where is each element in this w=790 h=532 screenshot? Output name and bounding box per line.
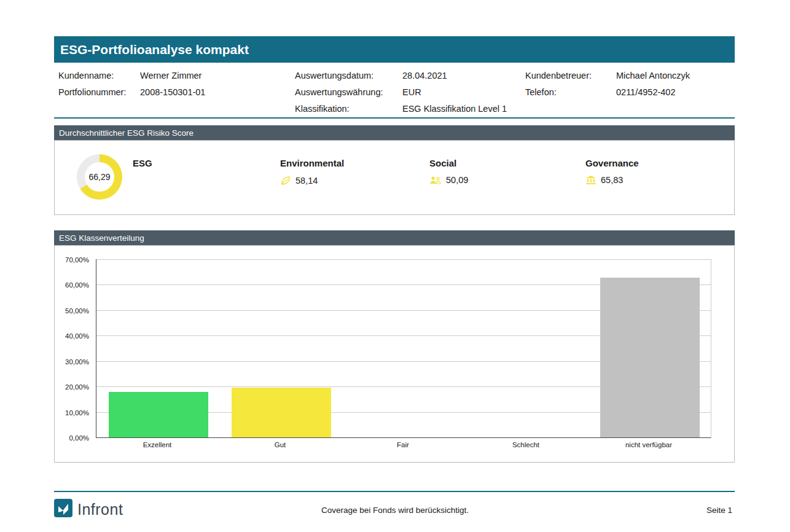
info-row: Kundenbetreuer:Michael Antonczyk: [525, 68, 690, 84]
y-axis-tick-label: 30,00%: [65, 358, 89, 366]
info-label-portfolionummer: Portfolionummer:: [58, 84, 140, 101]
info-value-auswertungswaehrung: EUR: [402, 87, 421, 97]
subscore-governance-row: 65,83: [585, 175, 639, 185]
footer-divider: [54, 491, 735, 492]
y-axis-tick-label: 0,00%: [69, 434, 89, 442]
bar-exzellent: [109, 392, 208, 437]
x-axis-category-label: Schlecht: [464, 441, 587, 448]
info-row: Auswertungsdatum:28.04.2021: [295, 68, 507, 84]
esg-score-label: ESG: [133, 158, 152, 168]
info-row: Portfolionummer:2008-150301-01: [58, 84, 205, 101]
info-label-kundenbetreuer: Kundenbetreuer:: [525, 68, 616, 84]
subscore-environmental-row: 58,14: [280, 175, 344, 186]
x-axis-category-label: Fair: [342, 441, 464, 448]
subscore-social: Social 50,09: [429, 158, 468, 185]
client-info-column-1: Kundenname:Werner Zimmer Portfolionummer…: [58, 68, 205, 101]
client-info-column-2: Auswertungsdatum:28.04.2021 Auswertungsw…: [295, 68, 507, 117]
x-axis-category-label: Exzellent: [96, 441, 219, 448]
y-axis-tick-label: 70,00%: [65, 256, 89, 264]
distribution-section-header: ESG Klassenverteilung: [54, 230, 735, 245]
subscore-environmental-value: 58,14: [295, 176, 318, 186]
bar-chart-plot: [96, 259, 711, 438]
x-axis-category-label: nicht verfügbar: [587, 441, 710, 448]
info-label-kundenname: Kundenname:: [58, 68, 140, 84]
x-axis-category-label: Gut: [219, 441, 342, 448]
bank-icon: [585, 175, 596, 185]
client-info-column-3: Kundenbetreuer:Michael Antonczyk Telefon…: [525, 68, 690, 101]
distribution-section-title: ESG Klassenverteilung: [59, 233, 144, 243]
report-title-bar: ESG-Portfolioanalyse kompakt: [54, 36, 735, 63]
bar-chart-yaxis: 0,00%10,00%20,00%30,00%40,00%50,00%60,00…: [55, 259, 90, 437]
info-value-klassifikation: ESG Klassifikation Level 1: [402, 104, 507, 114]
info-row: Klassifikation:ESG Klassifikation Level …: [295, 101, 507, 117]
score-section-title: Durchschnittlicher ESG Risiko Score: [59, 128, 194, 138]
score-section-header: Durchschnittlicher ESG Risiko Score: [54, 125, 735, 140]
info-label-auswertungsdatum: Auswertungsdatum:: [295, 68, 402, 84]
bar-chart-xaxis: ExzellentGutFairSchlechtnicht verfügbar: [96, 441, 710, 448]
y-axis-tick-label: 60,00%: [65, 281, 89, 289]
info-label-telefon: Telefon:: [525, 84, 616, 101]
bar-gut: [232, 388, 331, 437]
esg-score-value: 66,29: [88, 172, 110, 182]
info-row: Telefon:0211/4952-402: [525, 84, 690, 101]
subscore-social-row: 50,09: [429, 175, 468, 185]
subscore-governance-title: Governance: [585, 158, 639, 168]
report-page: ESG-Portfolioanalyse kompakt Kundenname:…: [0, 0, 790, 532]
info-value-auswertungsdatum: 28.04.2021: [402, 71, 447, 80]
subscore-social-title: Social: [429, 158, 468, 168]
subscore-environmental-title: Environmental: [280, 158, 344, 168]
info-value-portfolionummer: 2008-150301-01: [140, 87, 205, 97]
subscore-governance: Governance 65,83: [585, 158, 639, 185]
info-label-auswertungswaehrung: Auswertungswährung:: [295, 84, 402, 101]
esg-donut-hole: 66,29: [85, 162, 114, 192]
info-value-kundenbetreuer: Michael Antonczyk: [616, 71, 690, 80]
footer-note: Coverage bei Fonds wird berücksichtigt.: [0, 506, 790, 515]
subscore-governance-value: 65,83: [601, 175, 623, 185]
y-axis-tick-label: 20,00%: [65, 383, 89, 391]
leaf-icon: [280, 175, 291, 186]
score-section: 66,29 ESG Environmental 58,14 Social: [54, 140, 735, 215]
header-divider: [54, 117, 735, 119]
info-value-telefon: 0211/4952-402: [616, 87, 676, 97]
report-title: ESG-Portfolioanalyse kompakt: [60, 42, 249, 57]
info-row: Kundenname:Werner Zimmer: [58, 68, 205, 84]
info-row: Auswertungswährung:EUR: [295, 84, 507, 101]
info-label-klassifikation: Klassifikation:: [295, 101, 402, 117]
bar-nicht-verfügbar: [600, 278, 700, 437]
y-axis-tick-label: 10,00%: [65, 409, 89, 417]
esg-donut-ring: 66,29: [77, 154, 122, 200]
y-axis-tick-label: 50,00%: [65, 307, 89, 315]
gridline: [96, 259, 711, 260]
y-axis-tick-label: 40,00%: [65, 332, 89, 340]
subscore-environmental: Environmental 58,14: [280, 158, 344, 186]
distribution-section: 0,00%10,00%20,00%30,00%40,00%50,00%60,00…: [54, 245, 735, 463]
subscore-social-value: 50,09: [446, 175, 468, 185]
people-icon: [429, 175, 442, 185]
info-value-kundenname: Werner Zimmer: [140, 71, 201, 80]
page-number: Seite 1: [706, 506, 732, 515]
